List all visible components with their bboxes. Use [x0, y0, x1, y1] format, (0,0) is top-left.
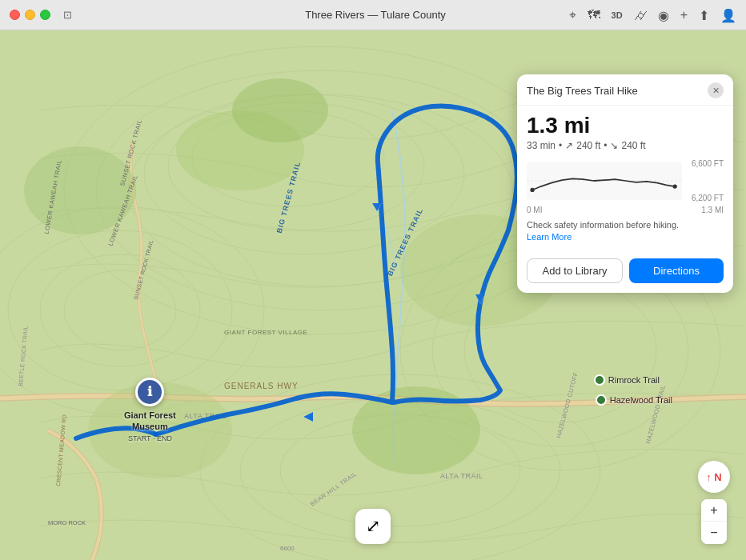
- account-icon[interactable]: ◉: [658, 8, 669, 23]
- toolbar: ⌖ 🗺 3D ⌭ ◉ + ⬆ 👤: [569, 0, 736, 30]
- location-icon[interactable]: ⌖: [569, 8, 576, 22]
- svg-point-49: [530, 188, 534, 192]
- close-card-button[interactable]: ✕: [708, 82, 724, 98]
- map-icon[interactable]: 🗺: [588, 8, 600, 22]
- separator1: •: [559, 140, 562, 151]
- add-icon[interactable]: +: [680, 8, 688, 22]
- elevation-labels: 6,600 FT 6,200 FT: [692, 159, 724, 202]
- titlebar: ⊡ Three Rivers — Tulare County ⌖ 🗺 3D ⌭ …: [0, 0, 746, 30]
- mile-end: 1.3 MI: [701, 206, 724, 214]
- time-value: 33 min: [527, 140, 555, 151]
- svg-text:GIANT FOREST VILLAGE: GIANT FOREST VILLAGE: [224, 329, 307, 336]
- svg-text:GENERALS HWY: GENERALS HWY: [224, 382, 299, 390]
- museum-label: Giant Forest Museum START · END: [124, 410, 176, 444]
- museum-icon: ℹ: [135, 378, 164, 406]
- descent-value: 240 ft: [621, 140, 645, 151]
- svg-point-50: [673, 184, 677, 188]
- card-actions: Add to Library Directions: [517, 252, 733, 293]
- museum-sub: START · END: [128, 434, 172, 442]
- zoom-out-button[interactable]: −: [701, 522, 727, 544]
- route-symbol: ⤢: [366, 516, 380, 537]
- mile-labels: 0 MI 1.3 MI: [527, 206, 724, 214]
- descent-icon: ↘: [610, 140, 618, 151]
- card-header: The Big Trees Trail Hike ✕: [517, 74, 733, 106]
- distance-value: 1.3 mi: [527, 114, 724, 138]
- hazelwood-trail-marker: Hazelwood Trail: [596, 394, 672, 406]
- ascent-icon: ↗: [565, 140, 573, 151]
- card-title: The Big Trees Trail Hike: [527, 85, 638, 97]
- elev-high-label: 6,600 FT: [692, 159, 724, 168]
- add-to-library-button[interactable]: Add to Library: [527, 258, 623, 283]
- rimrock-trail-label: Rimrock Trail: [608, 375, 660, 385]
- learn-more-link[interactable]: Learn More: [527, 232, 572, 242]
- 3d-icon[interactable]: 3D: [612, 10, 623, 20]
- zoom-controls: + −: [701, 499, 727, 544]
- map-container[interactable]: BIG TREES TRAIL BIG TREES TRAIL GENERALS…: [0, 30, 746, 560]
- info-icon: ℹ: [147, 384, 152, 399]
- window-icon: ⊡: [63, 9, 72, 21]
- traffic-lights: [10, 10, 50, 20]
- share-icon[interactable]: ⬆: [699, 8, 709, 23]
- distance-details: 33 min • ↗ 240 ft • ↘ 240 ft: [527, 140, 724, 151]
- elevation-chart: 6,600 FT 6,200 FT: [527, 159, 724, 202]
- map-controls: ↑ N + −: [698, 461, 730, 544]
- route-icon[interactable]: ⤢: [355, 509, 391, 544]
- directions-button[interactable]: Directions: [629, 258, 724, 283]
- separator2: •: [604, 140, 607, 151]
- close-button[interactable]: [10, 10, 20, 20]
- info-card: The Big Trees Trail Hike ✕ 1.3 mi 33 min…: [517, 74, 733, 293]
- hazelwood-trail-label: Hazelwood Trail: [610, 395, 672, 405]
- rimrock-dot: [594, 374, 605, 386]
- safety-text: Check safety information before hiking. …: [527, 219, 724, 244]
- fullscreen-button[interactable]: [40, 10, 50, 20]
- svg-point-21: [232, 78, 328, 142]
- hazelwood-dot: [596, 394, 607, 406]
- compass-button[interactable]: ↑ N: [698, 461, 730, 493]
- minimize-button[interactable]: [25, 10, 35, 20]
- svg-text:MORO ROCK: MORO ROCK: [48, 519, 86, 526]
- elev-low-label: 6,200 FT: [692, 194, 724, 202]
- zoom-in-button[interactable]: +: [701, 499, 727, 522]
- card-body: 1.3 mi 33 min • ↗ 240 ft • ↘ 240 ft 6,60…: [517, 106, 733, 252]
- museum-marker[interactable]: ℹ Giant Forest Museum START · END: [124, 378, 176, 444]
- rimrock-trail-marker: Rimrock Trail: [594, 374, 660, 386]
- user-icon[interactable]: 👤: [720, 8, 736, 23]
- compass-label: ↑ N: [706, 471, 722, 483]
- svg-text:ALTA TRAIL: ALTA TRAIL: [440, 472, 483, 480]
- ascent-value: 240 ft: [576, 140, 600, 151]
- binoculars-icon[interactable]: ⌭: [634, 8, 647, 22]
- svg-text:6600: 6600: [280, 545, 295, 552]
- mile-start: 0 MI: [527, 206, 542, 214]
